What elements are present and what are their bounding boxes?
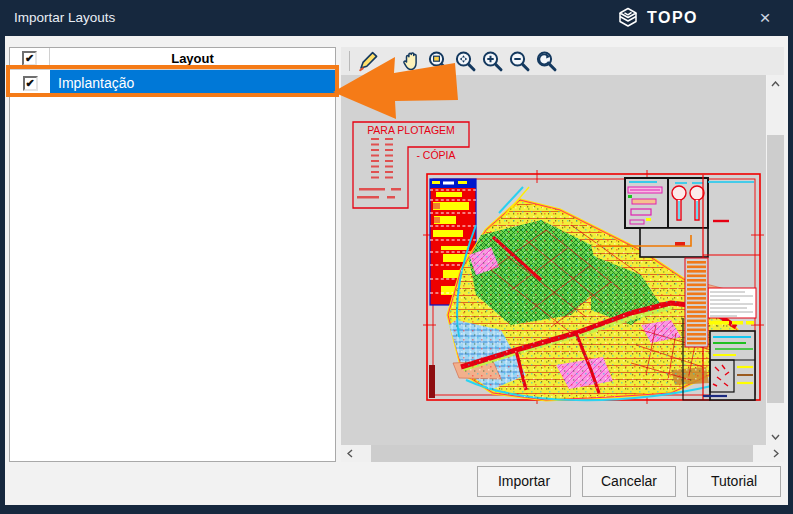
check-icon: ✔ [25,78,34,89]
tutorial-button[interactable]: Tutorial [687,466,781,497]
preview-hscrollbar[interactable] [341,445,784,462]
pencil-icon [356,49,380,73]
select-all-cell: ✔ [10,48,50,69]
zoom-previous-button[interactable] [532,48,559,74]
scroll-down-arrow[interactable] [767,428,784,445]
preview-toolbar [341,47,784,75]
preview-canvas[interactable]: PARA PLOTAGEM [341,75,766,445]
import-layouts-dialog: Importar Layouts TOPO × ✔ [0,0,793,514]
zoom-out-icon [507,49,531,73]
pan-hand-button[interactable] [397,48,424,74]
zoom-in-icon [480,49,504,73]
edit-pencil-button[interactable] [354,48,381,74]
layout-list-header: ✔ Layout [10,48,335,70]
preview-panel: PARA PLOTAGEM [341,47,785,462]
dialog-title: Importar Layouts [14,10,115,25]
zoom-in-button[interactable] [478,48,505,74]
zoom-extents-icon [453,49,477,73]
select-all-checkbox[interactable]: ✔ [22,51,37,66]
zoom-window-button[interactable] [424,48,451,74]
scroll-right-arrow[interactable] [767,445,784,462]
layout-row-implantacao[interactable]: ✔ Implantação [10,70,335,97]
cad-drawing-preview: PARA PLOTAGEM [341,75,766,445]
zoom-window-icon [426,49,450,73]
vscroll-thumb[interactable] [767,135,784,403]
preview-vscrollbar[interactable] [767,75,784,445]
frame-left-mark [429,365,435,398]
orange-ladder [685,258,708,347]
plot-stamp-text: PARA PLOTAGEM [367,124,455,136]
brand-name: TOPO [647,9,698,27]
toolbar-separator [349,51,350,71]
zoom-extents-button[interactable] [451,48,478,74]
layout-row-label: Implantação [50,70,335,97]
scroll-left-arrow[interactable] [341,445,358,462]
check-icon: ✔ [25,53,34,64]
titlebar: Importar Layouts TOPO × [0,0,793,36]
layout-list-panel: ✔ Layout ✔ Implantação [9,47,336,462]
topo-logo: TOPO [616,6,698,30]
row-checkbox[interactable]: ✔ [23,76,38,91]
layout-column-header[interactable]: Layout [50,48,335,69]
topo-logo-icon [616,6,640,30]
zoom-previous-icon [534,49,558,73]
close-button[interactable]: × [750,4,780,32]
importar-button[interactable]: Importar [477,466,571,497]
dialog-content: ✔ Layout ✔ Implantação [5,36,788,505]
row-checkbox-cell: ✔ [10,70,50,97]
pan-hand-icon [399,49,423,73]
scroll-up-arrow[interactable] [767,75,784,92]
hscroll-thumb[interactable] [371,445,753,462]
zoom-out-button[interactable] [505,48,532,74]
cancelar-button[interactable]: Cancelar [582,466,676,497]
copy-label-text: - CÓPIA [416,149,455,161]
title-block [703,175,760,400]
